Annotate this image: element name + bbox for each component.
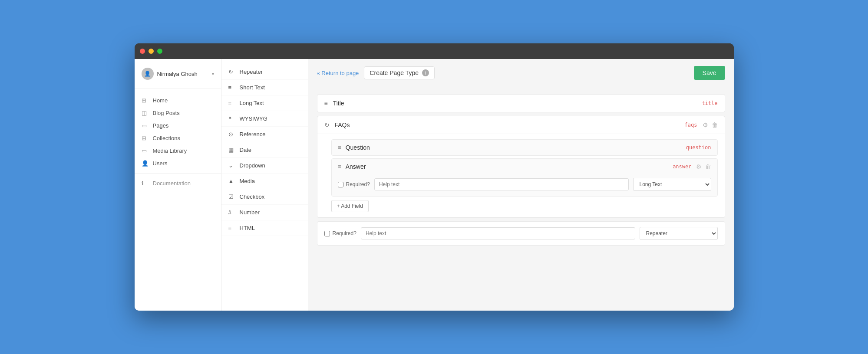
faqs-field-icon: ↻: [324, 121, 330, 128]
field-type-long-text[interactable]: ≡ Long Text: [221, 95, 308, 111]
minimize-button[interactable]: [149, 49, 154, 54]
field-type-label: Checkbox: [240, 193, 265, 200]
field-type-label: Date: [240, 147, 251, 153]
answer-field-actions: ⚙ 🗑: [696, 163, 711, 170]
nav-divider: [135, 173, 221, 174]
media-icon: ▭: [142, 148, 149, 154]
field-type-label: Reference: [240, 131, 266, 138]
field-type-dropdown[interactable]: ⌄ Dropdown: [221, 158, 308, 174]
faqs-field-row: ↻ FAQs faqs ⚙ 🗑 ≡ Questio: [317, 116, 725, 218]
info-icon: ℹ: [142, 180, 149, 187]
answer-field-name: Answer: [346, 163, 668, 170]
titlebar: [135, 43, 734, 59]
html-icon: ≡: [228, 225, 235, 231]
field-type-wysiwyg[interactable]: ❝ WYSIWYG: [221, 111, 308, 127]
sidebar-item-pages[interactable]: ▭ Pages: [135, 119, 221, 132]
outer-field-details: Required? Repeater: [317, 222, 725, 245]
checkbox-icon: ☑: [228, 193, 235, 200]
sidebar-item-documentation[interactable]: ℹ Documentation: [135, 177, 221, 190]
field-type-checkbox[interactable]: ☑ Checkbox: [221, 189, 308, 205]
dropdown-icon: ⌄: [228, 162, 235, 169]
field-type-date[interactable]: ▦ Date: [221, 142, 308, 158]
users-icon: 👤: [142, 160, 149, 167]
answer-required-checkbox[interactable]: [338, 182, 343, 187]
field-type-label: Short Text: [240, 84, 265, 91]
outer-required-label[interactable]: Required?: [324, 230, 356, 236]
user-section[interactable]: 👤 Nirmalya Ghosh ▾: [135, 68, 221, 89]
title-field-key: title: [702, 100, 717, 106]
save-button[interactable]: Save: [694, 66, 725, 80]
field-type-media[interactable]: ▲ Media: [221, 174, 308, 189]
answer-settings-icon[interactable]: ⚙: [696, 163, 702, 170]
field-type-number[interactable]: # Number: [221, 205, 308, 220]
media-icon: ▲: [228, 178, 235, 184]
outer-field-row: Required? Repeater: [317, 221, 725, 246]
field-panel: ↻ Repeater ≡ Short Text ≡ Long Text ❝ WY…: [221, 59, 308, 311]
answer-delete-icon[interactable]: 🗑: [705, 163, 711, 170]
back-link[interactable]: « Return to page: [317, 70, 359, 76]
blog-icon: ◫: [142, 110, 149, 116]
sidebar-item-home[interactable]: ⊞ Home: [135, 94, 221, 107]
answer-field-key: answer: [673, 164, 691, 170]
faqs-field-key: faqs: [685, 122, 697, 128]
reference-icon: ⊙: [228, 131, 235, 138]
answer-field-header: ≡ Answer answer ⚙ 🗑: [332, 159, 717, 174]
page-title: Create Page Type: [370, 69, 419, 76]
sidebar-item-collections[interactable]: ⊞ Collections: [135, 132, 221, 144]
field-type-short-text[interactable]: ≡ Short Text: [221, 80, 308, 95]
title-field-header: ≡ Title title: [317, 95, 725, 112]
close-button[interactable]: [140, 49, 145, 54]
sidebar-item-label: Users: [153, 160, 168, 167]
field-type-html[interactable]: ≡ HTML: [221, 220, 308, 236]
avatar: 👤: [142, 68, 154, 80]
question-field-key: question: [686, 144, 711, 151]
collections-icon: ⊞: [142, 135, 149, 141]
field-type-label: Repeater: [240, 69, 263, 75]
faqs-field-actions: ⚙ 🗑: [703, 121, 718, 128]
sidebar-item-label: Media Library: [153, 148, 187, 154]
title-field-name: Title: [333, 100, 697, 107]
field-type-label: WYSIWYG: [240, 115, 267, 122]
answer-type-select[interactable]: Long Text: [633, 178, 711, 191]
title-field-row: ≡ Title title: [317, 94, 725, 112]
field-type-repeater[interactable]: ↻ Repeater: [221, 64, 308, 80]
main-content: « Return to page Create Page Type i Save…: [308, 59, 734, 311]
sidebar: 👤 Nirmalya Ghosh ▾ ⊞ Home ◫ Blog Posts ▭…: [135, 59, 221, 311]
sidebar-item-media-library[interactable]: ▭ Media Library: [135, 144, 221, 157]
answer-help-input[interactable]: [374, 178, 629, 190]
field-type-label: Dropdown: [240, 162, 265, 169]
answer-field-icon: ≡: [338, 163, 341, 170]
chevron-down-icon: ▾: [212, 72, 214, 76]
question-field-icon: ≡: [338, 144, 341, 151]
outer-help-input[interactable]: [361, 227, 635, 239]
long-text-icon: ≡: [228, 100, 235, 106]
answer-required-label[interactable]: Required?: [338, 181, 370, 187]
sidebar-item-label: Pages: [153, 122, 169, 129]
question-field-name: Question: [346, 144, 682, 151]
content-area: ≡ Title title ↻ FAQs faqs ⚙ 🗑: [308, 87, 734, 311]
faqs-settings-icon[interactable]: ⚙: [703, 121, 708, 128]
add-field-button[interactable]: + Add Field: [331, 200, 369, 212]
username: Nirmalya Ghosh: [157, 71, 208, 77]
short-text-icon: ≡: [228, 84, 235, 91]
page-title-badge: Create Page Type i: [364, 66, 435, 79]
page-info-icon[interactable]: i: [422, 69, 429, 76]
title-field-icon: ≡: [324, 100, 328, 107]
faqs-field-name: FAQs: [335, 121, 680, 128]
repeater-icon: ↻: [228, 69, 235, 75]
repeater-content: ≡ Question question ≡ Answer answer: [317, 134, 725, 217]
sidebar-item-label: Home: [153, 97, 168, 104]
sidebar-item-blog-posts[interactable]: ◫ Blog Posts: [135, 107, 221, 119]
sidebar-item-users[interactable]: 👤 Users: [135, 157, 221, 170]
page-header: « Return to page Create Page Type i Save: [308, 59, 734, 87]
outer-type-select[interactable]: Repeater: [640, 227, 718, 240]
outer-required-checkbox[interactable]: [324, 231, 330, 236]
answer-field-row: ≡ Answer answer ⚙ 🗑: [331, 158, 718, 197]
question-field-header: ≡ Question question: [332, 140, 717, 155]
field-type-reference[interactable]: ⊙ Reference: [221, 127, 308, 142]
maximize-button[interactable]: [157, 49, 162, 54]
field-type-label: Media: [240, 178, 255, 184]
sidebar-item-label: Collections: [153, 135, 181, 141]
faqs-delete-icon[interactable]: 🗑: [712, 121, 718, 128]
question-field-row: ≡ Question question: [331, 139, 718, 156]
